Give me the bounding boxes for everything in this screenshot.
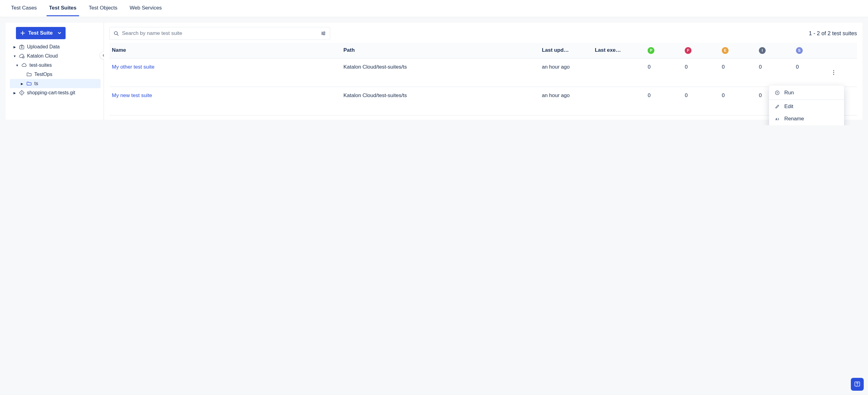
col-i: I [756,43,794,59]
tab-test-cases[interactable]: Test Cases [11,0,37,17]
cloud-icon [21,62,28,68]
cloud-check-icon [19,53,25,59]
tree-item-test-suites[interactable]: ▼ test-suites [10,61,100,70]
create-test-suite-button[interactable]: Test Suite [16,27,66,39]
col-f: F [682,43,719,59]
git-icon [19,90,25,96]
suites-table: Name Path Last upd… Last exe… P F E I S … [110,43,857,116]
skipped-badge: S [796,47,803,54]
row-context-menu: Run Edit Rename Move Duplicate Delete [769,86,844,125]
svg-point-8 [323,34,324,35]
tree-label: shopping-cart-tests.git [27,90,75,96]
upload-icon [19,44,25,50]
caret-right-icon: ▶ [12,45,17,49]
tree-label: ts [34,81,38,86]
plus-icon [20,31,25,35]
tree-item-shopping-cart[interactable]: ▶ shopping-cart-tests.git [10,88,100,97]
cell-last-exe [592,59,646,87]
filter-icon[interactable] [320,31,326,36]
caret-right-icon: ▶ [12,91,17,95]
tree-item-uploaded-data[interactable]: ▶ Uploaded Data [10,42,100,52]
suite-link[interactable]: My new test suite [112,93,152,98]
folder-icon [26,81,32,86]
passed-badge: P [648,47,654,54]
tree-item-testops[interactable]: TestOps [10,70,100,79]
suite-link[interactable]: My other test suite [112,64,154,70]
svg-point-9 [833,70,834,71]
cell-error: 0 [719,87,756,116]
cell-skipped: 0 [794,59,831,87]
search-box[interactable] [110,27,330,40]
create-button-label: Test Suite [28,30,53,36]
menu-label: Edit [784,103,793,110]
svg-point-4 [22,93,22,94]
caret-right-icon: ▶ [20,82,25,86]
svg-point-10 [833,72,834,73]
tab-test-suites[interactable]: Test Suites [49,0,76,17]
table-row: My new test suite Katalon Cloud/test-sui… [110,87,857,116]
folder-tree: ▶ Uploaded Data ▼ Katalon Cloud ▼ [10,42,100,97]
chevron-down-icon [58,31,61,35]
failed-badge: F [685,47,691,54]
col-name[interactable]: Name [110,43,341,59]
svg-point-6 [324,32,324,32]
cell-last-upd: an hour ago [539,59,592,87]
cell-fail: 0 [682,59,719,87]
tab-test-objects[interactable]: Test Objects [89,0,118,17]
tree-item-ts[interactable]: ▶ ts [10,79,100,88]
tab-web-services[interactable]: Web Services [130,0,162,17]
cell-fail: 0 [682,87,719,116]
caret-down-icon: ▼ [15,64,20,67]
svg-point-7 [322,33,323,34]
search-icon [114,31,119,36]
more-actions-button[interactable] [833,63,855,82]
col-last-upd[interactable]: Last upd… [539,43,592,59]
menu-label: Rename [784,116,804,122]
col-last-exe[interactable]: Last exe… [592,43,646,59]
menu-run[interactable]: Run [769,87,844,99]
folder-icon [26,72,32,77]
caret-down-icon: ▼ [12,55,17,58]
col-s: S [794,43,831,59]
rename-icon [774,117,781,121]
table-row: My other test suite Katalon Cloud/test-s… [110,59,857,87]
svg-point-3 [22,92,22,93]
menu-label: Run [784,90,794,96]
tree-label: test-suites [29,62,52,68]
cell-last-upd: an hour ago [539,87,592,116]
tree-label: TestOps [34,72,53,77]
cell-pass: 0 [645,87,682,116]
result-count: 1 - 2 of 2 test suites [809,30,857,37]
col-p: P [645,43,682,59]
cell-last-exe [592,87,646,116]
col-e: E [719,43,756,59]
menu-move[interactable]: Move [769,125,844,125]
main-panel: 1 - 2 of 2 test suites Name Path Last up… [104,23,863,120]
svg-point-11 [833,74,834,75]
error-badge: E [722,47,728,54]
cell-error: 0 [719,59,756,87]
play-icon [774,90,781,95]
tree-label: Katalon Cloud [27,53,58,59]
col-path[interactable]: Path [341,43,539,59]
search-input[interactable] [122,30,318,36]
top-tabs: Test Cases Test Suites Test Objects Web … [0,0,868,17]
cell-incomplete: 0 [756,59,794,87]
menu-edit[interactable]: Edit [769,100,844,113]
pencil-icon [774,104,781,109]
cell-path: Katalon Cloud/test-suites/ts [341,87,539,116]
sidebar: Test Suite ▶ Uploaded Data ▼ [5,23,103,120]
cell-pass: 0 [645,59,682,87]
menu-rename[interactable]: Rename [769,113,844,125]
tree-label: Uploaded Data [27,44,60,50]
cell-path: Katalon Cloud/test-suites/ts [341,59,539,87]
tree-item-katalon-cloud[interactable]: ▼ Katalon Cloud [10,52,100,61]
incomplete-badge: I [759,47,766,54]
